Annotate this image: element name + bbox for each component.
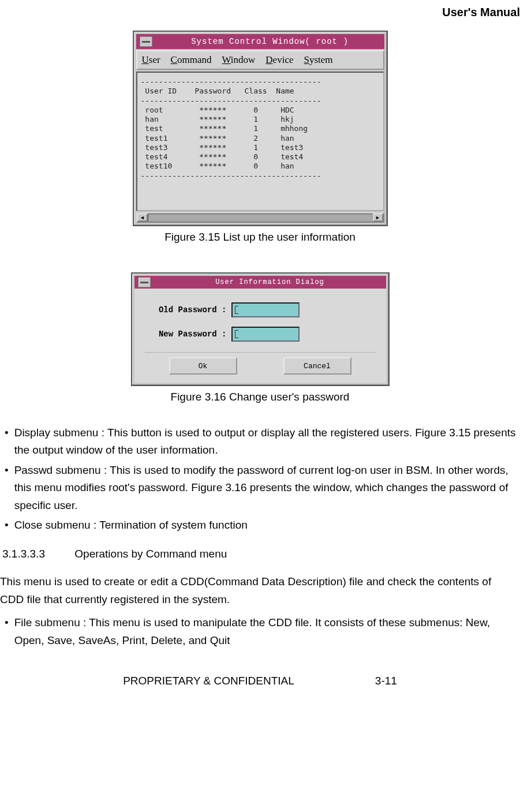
scroll-track[interactable] <box>148 214 373 222</box>
new-password-label: New Password : <box>145 330 231 339</box>
bullet-text: File submenu : This menu is used to mani… <box>14 614 518 649</box>
figure-3-16: User Information Dialog Old Password : N… <box>0 272 520 403</box>
table-row: test4 ****** 0 test4 <box>141 152 380 162</box>
text-cursor-icon <box>235 306 238 314</box>
system-menu-icon[interactable] <box>138 277 151 287</box>
footer-page-number: 3-11 <box>375 675 397 687</box>
footer-proprietary: PROPRIETARY & CONFIDENTIAL <box>123 675 294 687</box>
bullet-file-submenu: • File submenu : This menu is used to ma… <box>2 614 518 649</box>
section-title: Operations by Command menu <box>74 548 227 560</box>
old-password-label: Old Password : <box>145 305 231 315</box>
divider-mid: ---------------------------------------- <box>141 96 380 106</box>
table-row: test1 ****** 2 han <box>141 134 380 143</box>
cancel-button[interactable]: Cancel <box>283 357 351 375</box>
page-footer: PROPRIETARY & CONFIDENTIAL 3-11 <box>0 652 520 687</box>
menu-system[interactable]: System <box>304 54 332 66</box>
divider-bottom: ---------------------------------------- <box>141 171 380 181</box>
table-row: han ****** 1 hkj <box>141 115 380 124</box>
window-title: System Control Window( root ) <box>156 37 384 46</box>
menu-device[interactable]: Device <box>265 54 293 66</box>
section-heading-3-1-3-3-3: 3.1.3.3.3 Operations by Command menu <box>0 536 520 563</box>
bullet-icon: • <box>2 424 14 459</box>
system-menu-icon[interactable] <box>140 36 152 47</box>
bullet-icon: • <box>2 462 14 514</box>
table-row: test ****** 1 mhhong <box>141 124 380 133</box>
menu-window[interactable]: Window <box>222 54 255 66</box>
table-row: test3 ****** 1 test3 <box>141 143 380 152</box>
menu-user[interactable]: User <box>142 54 160 66</box>
figure-3-16-caption: Figure 3.16 Change user's password <box>0 391 520 403</box>
table-header: User ID Password Class Name <box>141 87 380 96</box>
bullet-text: Passwd submenu : This is used to modify … <box>14 462 518 514</box>
bullet-text: Display submenu : This button is used to… <box>14 424 518 459</box>
bullet-icon: • <box>2 517 14 534</box>
command-menu-paragraph: This menu is used to create or edit a CD… <box>0 563 520 611</box>
page-header-title: User's Manual <box>442 6 520 18</box>
menubar: User Command Window Device System <box>136 50 384 70</box>
dialog-title: User Information Dialog <box>154 278 386 286</box>
bullet-text: Close submenu : Termination of system fu… <box>14 517 518 534</box>
new-password-input[interactable] <box>231 327 300 342</box>
old-password-input[interactable] <box>231 302 300 317</box>
figure-3-15: System Control Window( root ) User Comma… <box>0 31 520 244</box>
figure-3-15-caption: Figure 3.15 List up the user information <box>0 231 520 244</box>
text-cursor-icon <box>235 330 238 338</box>
scroll-left-icon[interactable]: ◄ <box>137 214 148 222</box>
table-row: test10 ****** 0 han <box>141 162 380 171</box>
bullet-close-submenu: • Close submenu : Termination of system … <box>2 517 518 534</box>
section-number: 3.1.3.3.3 <box>2 548 72 560</box>
table-row: root ****** 0 HDC <box>141 106 380 115</box>
window-titlebar: System Control Window( root ) <box>136 34 384 49</box>
bullet-passwd-submenu: • Passwd submenu : This is used to modif… <box>2 462 518 514</box>
bullet-display-submenu: • Display submenu : This button is used … <box>2 424 518 459</box>
scroll-right-icon[interactable]: ► <box>373 214 383 222</box>
user-information-dialog: User Information Dialog Old Password : N… <box>131 272 390 386</box>
horizontal-scrollbar[interactable]: ◄ ► <box>136 212 384 223</box>
divider-top: ---------------------------------------- <box>141 77 380 87</box>
dialog-body: Old Password : New Password : Ok Cancel <box>134 289 386 383</box>
bullet-icon: • <box>2 614 14 649</box>
system-control-window: System Control Window( root ) User Comma… <box>133 31 388 226</box>
dialog-titlebar: User Information Dialog <box>134 276 386 289</box>
ok-button[interactable]: Ok <box>169 357 237 375</box>
user-list-area: ----------------------------------------… <box>136 72 384 211</box>
menu-command[interactable]: Command <box>171 54 212 66</box>
